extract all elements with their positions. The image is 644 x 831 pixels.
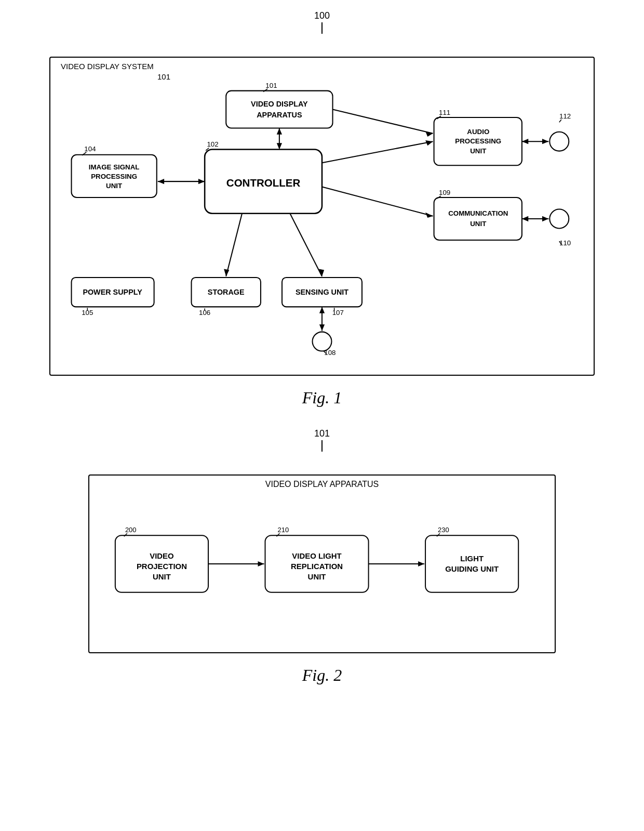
svg-text:APPARATUS: APPARATUS <box>257 111 302 119</box>
main-container: 100 VIDEO DISPLAY SYSTEM 101 VIDEO DISPL… <box>36 10 608 706</box>
svg-line-59 <box>290 214 322 276</box>
fig2-system-label: VIDEO DISPLAY APPARATUS <box>265 480 379 489</box>
svg-text:PROCESSING: PROCESSING <box>91 173 137 180</box>
svg-text:LIGHT: LIGHT <box>460 554 484 563</box>
fig2-ref-tick <box>321 440 323 452</box>
svg-marker-66 <box>522 139 528 144</box>
svg-marker-49 <box>277 143 282 149</box>
svg-text:VIDEO: VIDEO <box>150 551 173 560</box>
svg-text:104: 104 <box>84 145 96 153</box>
fig2-ref-number: 101 <box>314 428 330 439</box>
fig1-diagram: VIDEO DISPLAY APPARATUS 101 CONTROLLER 1… <box>61 78 583 359</box>
svg-line-55 <box>322 187 433 216</box>
svg-text:IMAGE SIGNAL: IMAGE SIGNAL <box>89 163 140 171</box>
svg-text:STORAGE: STORAGE <box>208 288 245 296</box>
svg-text:GUIDING UNIT: GUIDING UNIT <box>445 564 499 573</box>
svg-text:200: 200 <box>125 526 137 534</box>
fig1-system-id: 101 <box>157 72 170 81</box>
svg-text:UNIT: UNIT <box>470 220 486 228</box>
svg-text:110: 110 <box>559 239 571 247</box>
svg-marker-51 <box>198 179 205 184</box>
svg-text:AUDIO: AUDIO <box>467 128 489 136</box>
svg-text:230: 230 <box>438 526 449 534</box>
svg-text:VIDEO LIGHT: VIDEO LIGHT <box>292 551 341 560</box>
svg-marker-92 <box>418 561 424 566</box>
svg-rect-0 <box>226 91 332 128</box>
svg-text:PROJECTION: PROJECTION <box>137 562 187 571</box>
svg-text:UNIT: UNIT <box>106 182 122 190</box>
svg-marker-90 <box>258 561 264 566</box>
svg-point-41 <box>549 209 569 229</box>
svg-line-53 <box>322 141 433 163</box>
svg-text:COMMUNICATION: COMMUNICATION <box>448 209 508 217</box>
fig2-outer-box: VIDEO DISPLAY APPARATUS VIDEO PROJECTION… <box>88 474 556 653</box>
fig2-caption: Fig. 2 <box>302 666 342 685</box>
svg-line-57 <box>226 214 242 276</box>
fig1-ref-tick <box>321 22 323 34</box>
svg-point-38 <box>549 132 569 151</box>
svg-text:VIDEO DISPLAY: VIDEO DISPLAY <box>251 100 308 108</box>
svg-marker-62 <box>319 324 325 331</box>
svg-marker-65 <box>542 139 548 144</box>
fig1-outer-box: VIDEO DISPLAY SYSTEM 101 VIDEO DISPLAY A… <box>49 57 595 376</box>
fig1-system-label: VIDEO DISPLAY SYSTEM <box>61 62 154 71</box>
svg-text:109: 109 <box>439 189 450 196</box>
svg-text:108: 108 <box>324 349 336 357</box>
svg-text:CONTROLLER: CONTROLLER <box>226 177 301 189</box>
svg-text:SENSING UNIT: SENSING UNIT <box>296 288 348 296</box>
svg-marker-56 <box>425 213 433 218</box>
svg-marker-69 <box>522 216 528 221</box>
svg-text:210: 210 <box>278 526 289 534</box>
fig2-wrapper: 101 VIDEO DISPLAY APPARATUS VIDEO PROJEC… <box>88 428 556 653</box>
svg-marker-63 <box>319 307 325 313</box>
fig1-wrapper: 100 VIDEO DISPLAY SYSTEM 101 VIDEO DISPL… <box>49 10 595 376</box>
fig2-diagram: VIDEO PROJECTION UNIT 200 VIDEO LIGHT RE… <box>100 502 544 637</box>
svg-text:112: 112 <box>559 112 571 120</box>
svg-marker-58 <box>224 269 229 276</box>
svg-text:POWER SUPPLY: POWER SUPPLY <box>83 288 142 296</box>
svg-text:PROCESSING: PROCESSING <box>455 137 501 145</box>
svg-text:UNIT: UNIT <box>470 147 486 155</box>
svg-text:REPLICATION: REPLICATION <box>291 562 343 571</box>
fig1-ref-number: 100 <box>314 10 330 21</box>
svg-rect-21 <box>434 197 522 240</box>
svg-text:111: 111 <box>439 109 450 116</box>
svg-text:UNIT: UNIT <box>153 572 171 581</box>
svg-text:UNIT: UNIT <box>308 572 326 581</box>
svg-marker-48 <box>277 128 282 134</box>
fig1-caption: Fig. 1 <box>302 388 342 407</box>
svg-marker-68 <box>542 216 548 221</box>
svg-marker-52 <box>158 179 164 184</box>
svg-line-70 <box>333 110 433 134</box>
svg-text:102: 102 <box>207 140 218 148</box>
